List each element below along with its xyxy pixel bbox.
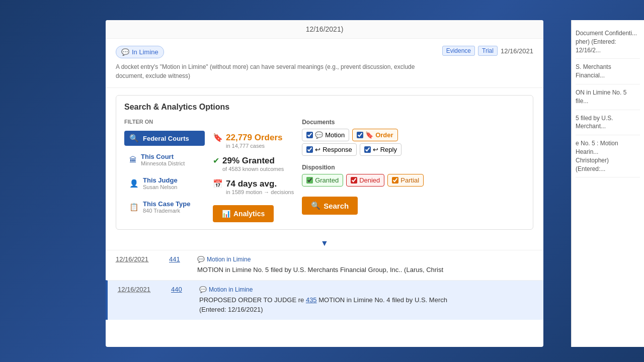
days-value: 74 days avg. [226, 179, 294, 189]
this-court-sub: Minnesota District [141, 160, 185, 166]
doc-reply-checkbox[interactable] [364, 146, 371, 153]
doc-reply-label: Reply [380, 146, 397, 153]
this-court-icon: 🏛 [129, 155, 137, 164]
doc-motion-label: Motion [325, 131, 345, 139]
doc-order-checkbox[interactable] [357, 132, 363, 138]
docket-440-text: PROPOSED ORDER TO JUDGE re 435 MOTION in… [199, 295, 533, 305]
panel-body: Filter on 🔍 Federal Courts 🏛 This Court … [124, 119, 525, 222]
doc-order-tag[interactable]: 🔖 Order [352, 129, 397, 141]
disposition-label: Disposition [302, 164, 525, 171]
triangle-pointer: ▼ [106, 237, 543, 250]
disposition-row: Granted Denied Partial [302, 174, 525, 187]
doc-reply-icon: ↩ [373, 146, 378, 153]
disp-granted-label: Granted [315, 176, 339, 184]
in-limine-label: In Limine [132, 48, 158, 56]
filter-column: Filter on 🔍 Federal Courts 🏛 This Court … [124, 119, 205, 222]
orders-value: 22,779 Orders [226, 133, 282, 143]
this-case-type-icon: 📋 [129, 203, 139, 212]
disp-partial-tag[interactable]: Partial [387, 174, 424, 187]
disposition-section: Disposition Granted Denied [302, 164, 525, 187]
disp-denied-label: Denied [359, 176, 380, 184]
orders-sub: in 14,777 cases [226, 143, 282, 149]
doc-motion-tag[interactable]: 💬 Motion [302, 129, 349, 141]
documents-row-2: ↩ Response ↩ Reply [302, 143, 525, 156]
disp-partial-checkbox[interactable] [392, 177, 398, 184]
docket-440-num[interactable]: 440 [171, 286, 191, 293]
filter-this-judge[interactable]: 👤 This Judge Susan Nelson [124, 173, 205, 193]
this-case-type-sub: 840 Trademark [143, 208, 190, 214]
right-panel-item-1: Document Confidenti...pher) (Entered: 12… [576, 25, 640, 59]
doc-response-tag[interactable]: ↩ Response [302, 143, 357, 156]
right-panel-item-3: ON in Limine No. 5 file... [576, 84, 640, 110]
analytics-panel: Search & Analytics Options Filter on 🔍 F… [116, 95, 533, 230]
doc-reply-tag[interactable]: ↩ Reply [360, 143, 401, 156]
right-panel-item-5: e No. 5 : Motion Hearin...Christopher) (… [576, 135, 640, 177]
top-date: 12/16/2021) [306, 25, 344, 33]
filter-this-case-type[interactable]: 📋 This Case Type 840 Trademark [124, 197, 205, 217]
federal-courts-label: Federal Courts [143, 135, 189, 142]
docket-441-content: 💬 Motion in Limine MOTION in Limine No. … [197, 255, 533, 275]
docket-441-num[interactable]: 441 [169, 255, 189, 263]
in-limine-description: A docket entry's "Motion in Limine" (wit… [116, 62, 442, 80]
granted-value: 29% Granted [222, 156, 284, 166]
docket-441-tag[interactable]: 💬 Motion in Limine [197, 256, 251, 263]
disp-denied-tag[interactable]: Denied [346, 174, 384, 187]
doc-order-label: Order [375, 131, 393, 139]
federal-courts-icon: 🔍 [129, 134, 139, 143]
top-date-bar: 12/16/2021) [106, 20, 543, 39]
documents-section: Documents 💬 Motion 🔖 Order [302, 119, 525, 158]
docket-entry-441: 12/16/2021 441 💬 Motion in Limine MOTION… [106, 250, 543, 280]
this-judge-label: This Judge [143, 176, 178, 184]
orders-icon: 🔖 [213, 133, 223, 142]
evidence-tag[interactable]: Evidence [442, 46, 475, 56]
right-panel-item-4: 5 filed by U.S. Merchant... [576, 110, 640, 136]
filter-this-court[interactable]: 🏛 This Court Minnesota District [124, 150, 205, 169]
doc-motion-checkbox[interactable] [306, 132, 313, 138]
this-judge-icon: 👤 [129, 179, 139, 188]
docket-441-date: 12/16/2021 [116, 255, 161, 263]
granted-stat: ✔ 29% Granted of 4583 known outcomes [213, 154, 294, 174]
filter-federal-courts[interactable]: 🔍 Federal Courts [124, 131, 205, 146]
doc-motion-icon: 💬 [315, 131, 323, 139]
this-court-label: This Court [141, 153, 185, 160]
docket-441-tag-icon: 💬 [197, 256, 205, 263]
panel-title: Search & Analytics Options [124, 103, 525, 112]
docket-441-text: MOTION in Limine No. 5 filed by U.S. Mer… [197, 265, 533, 275]
stats-column: 🔖 22,779 Orders in 14,777 cases ✔ 29% Gr… [213, 119, 294, 222]
filter-on-label: Filter on [124, 119, 205, 125]
in-limine-section: 💬 In Limine A docket entry's "Motion in … [106, 39, 543, 88]
trial-tag[interactable]: Trial [478, 46, 498, 56]
main-panel: 12/16/2021) 💬 In Limine A docket entry's… [106, 20, 543, 347]
documents-row-1: 💬 Motion 🔖 Order [302, 129, 525, 141]
analytics-btn-label: Analytics [233, 210, 265, 218]
disp-granted-checkbox[interactable] [306, 177, 313, 184]
docket-440-tag-label: Motion in Limine [209, 286, 253, 293]
docket-440-tag[interactable]: 💬 Motion in Limine [199, 286, 253, 293]
in-limine-badge[interactable]: 💬 In Limine [116, 46, 164, 58]
disp-granted-tag[interactable]: Granted [302, 174, 343, 187]
right-panel-item-2: S. Merchants Financial... [576, 59, 640, 84]
disp-denied-checkbox[interactable] [351, 177, 357, 184]
documents-label: Documents [302, 119, 525, 126]
orders-stat: 🔖 22,779 Orders in 14,777 cases [213, 131, 294, 151]
in-limine-icon: 💬 [121, 48, 129, 56]
this-judge-sub: Susan Nelson [143, 184, 178, 190]
search-button[interactable]: 🔍 Search [302, 197, 358, 215]
analytics-icon: 📊 [222, 210, 230, 218]
granted-icon: ✔ [213, 156, 219, 165]
disp-partial-label: Partial [400, 176, 419, 184]
docket-440-tag-icon: 💬 [199, 286, 207, 293]
analytics-button[interactable]: 📊 Analytics [213, 205, 274, 222]
right-column: Documents 💬 Motion 🔖 Order [302, 119, 525, 222]
docket-entry-440: 12/16/2021 440 💬 Motion in Limine PROPOS… [106, 280, 543, 320]
this-case-type-label: This Case Type [143, 200, 190, 208]
docket-440-text2: (Entered: 12/16/2021) [199, 305, 533, 315]
doc-response-checkbox[interactable] [306, 146, 313, 153]
doc-response-icon: ↩ [315, 146, 320, 153]
search-btn-label: Search [324, 202, 349, 210]
days-icon: 📅 [213, 179, 223, 189]
orders-highlight: 22,779 Orders [226, 133, 282, 142]
docket-440-link-435[interactable]: 435 [306, 296, 317, 304]
granted-sub: of 4583 known outcomes [222, 166, 284, 172]
docket-440-content: 💬 Motion in Limine PROPOSED ORDER TO JUD… [199, 286, 533, 315]
